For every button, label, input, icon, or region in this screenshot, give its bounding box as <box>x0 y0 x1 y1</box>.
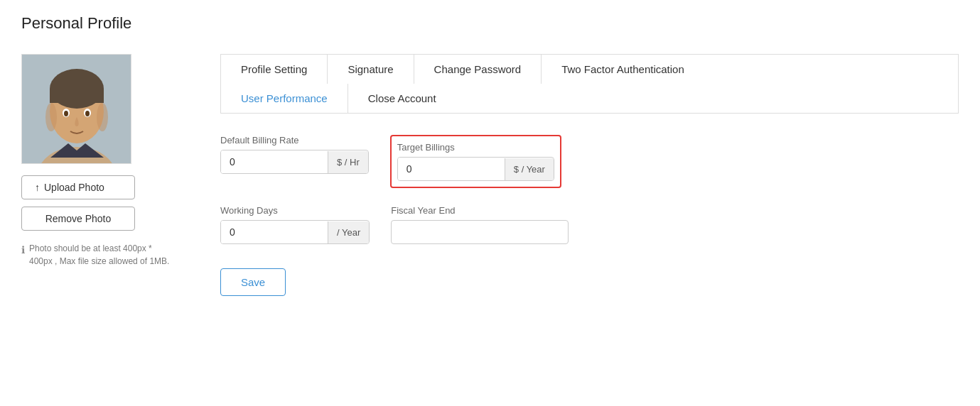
working-days-suffix: / Year <box>328 221 369 243</box>
target-billings-label: Target Billings <box>397 142 554 153</box>
remove-photo-button[interactable]: Remove Photo <box>21 207 135 231</box>
tab-user-performance[interactable]: User Performance <box>221 84 348 113</box>
working-days-input[interactable] <box>221 221 328 243</box>
upload-photo-button[interactable]: ↑ Upload Photo <box>21 175 135 199</box>
working-days-input-group: / Year <box>220 220 370 244</box>
target-billings-group: Target Billings $ / Year <box>390 135 561 188</box>
save-button[interactable]: Save <box>220 268 286 296</box>
photo-hint-text: Photo should be at least 400px * 400px ,… <box>29 242 171 268</box>
working-days-label: Working Days <box>220 205 370 216</box>
svg-point-10 <box>97 103 108 131</box>
photo-hint: ℹ Photo should be at least 400px * 400px… <box>21 242 171 268</box>
save-button-label: Save <box>241 276 265 288</box>
remove-photo-label: Remove Photo <box>45 213 112 224</box>
working-days-form-row: Working Days / Year Fiscal Year End <box>220 205 959 244</box>
tab-change-password[interactable]: Change Password <box>414 55 542 84</box>
billing-rate-input[interactable] <box>221 150 328 173</box>
fiscal-year-input[interactable] <box>391 220 569 244</box>
tabs-row2: User Performance Close Account <box>220 84 959 114</box>
target-billings-box: Target Billings $ / Year <box>390 135 561 188</box>
target-billings-suffix: $ / Year <box>505 158 554 180</box>
svg-rect-4 <box>50 89 104 103</box>
target-billings-input[interactable] <box>398 158 505 180</box>
tab-signature[interactable]: Signature <box>328 55 414 84</box>
target-billings-input-group: $ / Year <box>397 157 554 181</box>
billing-form-row: Default Billing Rate $ / Hr Target Billi… <box>220 135 959 188</box>
upload-icon: ↑ <box>35 182 40 193</box>
avatar <box>21 54 131 164</box>
upload-photo-label: Upload Photo <box>44 182 104 193</box>
tab-profile-setting[interactable]: Profile Setting <box>221 55 328 84</box>
tabs-row1: Profile Setting Signature Change Passwor… <box>220 54 959 84</box>
billing-rate-group: Default Billing Rate $ / Hr <box>220 135 369 174</box>
svg-point-9 <box>45 103 57 131</box>
tab-two-factor[interactable]: Two Factor Authentication <box>542 55 704 84</box>
page-title: Personal Profile <box>21 14 959 33</box>
left-panel: ↑ Upload Photo Remove Photo ℹ Photo shou… <box>21 54 178 268</box>
tab-close-account[interactable]: Close Account <box>348 84 456 113</box>
content-area: Default Billing Rate $ / Hr Target Billi… <box>220 114 959 296</box>
fiscal-year-label: Fiscal Year End <box>391 205 569 216</box>
svg-point-8 <box>85 111 90 116</box>
info-icon: ℹ <box>21 243 25 258</box>
fiscal-year-group: Fiscal Year End <box>391 205 569 244</box>
working-days-group: Working Days / Year <box>220 205 370 244</box>
billing-rate-label: Default Billing Rate <box>220 135 369 146</box>
svg-point-7 <box>64 111 68 116</box>
billing-rate-input-group: $ / Hr <box>220 150 369 174</box>
billing-rate-suffix: $ / Hr <box>328 151 368 173</box>
right-panel: Profile Setting Signature Change Passwor… <box>220 54 959 296</box>
